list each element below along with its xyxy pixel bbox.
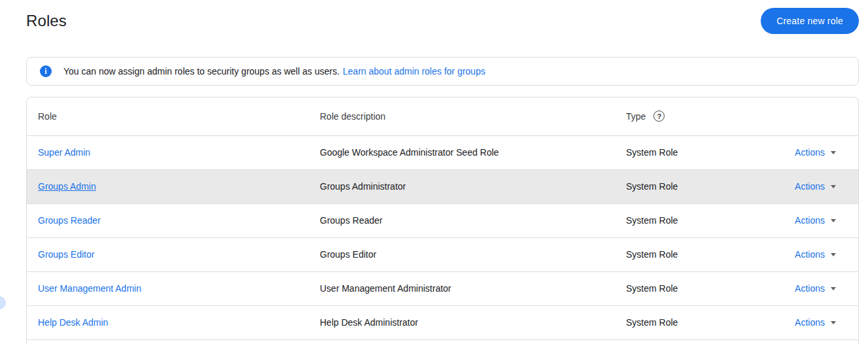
chevron-down-icon[interactable] bbox=[831, 287, 836, 290]
edge-artifact bbox=[0, 296, 6, 309]
role-type: System Role bbox=[626, 305, 760, 339]
chevron-down-icon[interactable] bbox=[831, 185, 836, 188]
role-type: System Role bbox=[626, 271, 760, 305]
actions-link[interactable]: Actions bbox=[795, 249, 825, 260]
table-row: User Management AdminUser Management Adm… bbox=[27, 271, 858, 305]
table-row: Help Desk AdminHelp Desk AdministratorSy… bbox=[27, 305, 858, 339]
role-link[interactable]: User Management Admin bbox=[38, 283, 141, 294]
page-title: Roles bbox=[26, 12, 67, 30]
chevron-down-icon[interactable] bbox=[831, 219, 836, 222]
role-link[interactable]: Help Desk Admin bbox=[38, 317, 108, 328]
role-link[interactable]: Super Admin bbox=[38, 147, 90, 158]
column-header-type-label: Type bbox=[626, 111, 646, 122]
chevron-down-icon[interactable] bbox=[831, 321, 836, 324]
column-header-type: Type ? bbox=[626, 97, 760, 135]
table-row: Groups EditorGroups EditorSystem RoleAct… bbox=[27, 237, 858, 271]
column-header-description-label: Role description bbox=[320, 111, 385, 122]
role-description: Groups Administrator bbox=[320, 169, 626, 203]
role-link[interactable]: Groups Editor bbox=[38, 249, 94, 260]
chevron-down-icon[interactable] bbox=[831, 151, 836, 154]
role-description: Groups Editor bbox=[320, 237, 626, 271]
column-header-actions bbox=[760, 97, 858, 135]
role-type: System Role bbox=[626, 135, 760, 169]
role-link[interactable]: Groups Admin bbox=[38, 181, 96, 192]
role-type: System Role bbox=[626, 237, 760, 271]
role-link[interactable]: Groups Reader bbox=[38, 215, 101, 226]
column-header-description: Role description bbox=[320, 97, 626, 135]
roles-table: Role Role description Type ? Super Admin… bbox=[26, 97, 859, 344]
actions-link[interactable]: Actions bbox=[795, 215, 825, 226]
role-description: Help Desk Administrator bbox=[320, 305, 626, 339]
banner-link[interactable]: Learn about admin roles for groups bbox=[343, 66, 485, 77]
roles-page: Roles Create new role i You can now assi… bbox=[0, 0, 868, 344]
table-row: Super AdminGoogle Workspace Administrato… bbox=[27, 135, 858, 169]
column-header-role-label: Role bbox=[38, 111, 57, 122]
column-header-role: Role bbox=[27, 97, 320, 135]
table-row: Groups AdminGroups AdministratorSystem R… bbox=[27, 169, 858, 203]
table-row-partial bbox=[27, 339, 858, 344]
role-description: Google Workspace Administrator Seed Role bbox=[320, 135, 626, 169]
page-header: Roles Create new role bbox=[0, 0, 868, 34]
roles-table-body: Super AdminGoogle Workspace Administrato… bbox=[27, 135, 858, 344]
role-type: System Role bbox=[626, 169, 760, 203]
table-header-row: Role Role description Type ? bbox=[27, 97, 858, 135]
role-type: System Role bbox=[626, 203, 760, 237]
table-row: Groups ReaderGroups ReaderSystem RoleAct… bbox=[27, 203, 858, 237]
role-description: Groups Reader bbox=[320, 203, 626, 237]
chevron-down-icon[interactable] bbox=[831, 253, 836, 256]
actions-link[interactable]: Actions bbox=[795, 181, 825, 192]
create-new-role-button[interactable]: Create new role bbox=[761, 8, 859, 34]
info-icon: i bbox=[40, 65, 52, 77]
info-banner: i You can now assign admin roles to secu… bbox=[26, 57, 859, 86]
actions-link[interactable]: Actions bbox=[795, 317, 825, 328]
actions-link[interactable]: Actions bbox=[795, 147, 825, 158]
role-description: User Management Administrator bbox=[320, 271, 626, 305]
actions-link[interactable]: Actions bbox=[795, 283, 825, 294]
banner-message: You can now assign admin roles to securi… bbox=[63, 66, 339, 77]
help-icon[interactable]: ? bbox=[653, 111, 665, 122]
